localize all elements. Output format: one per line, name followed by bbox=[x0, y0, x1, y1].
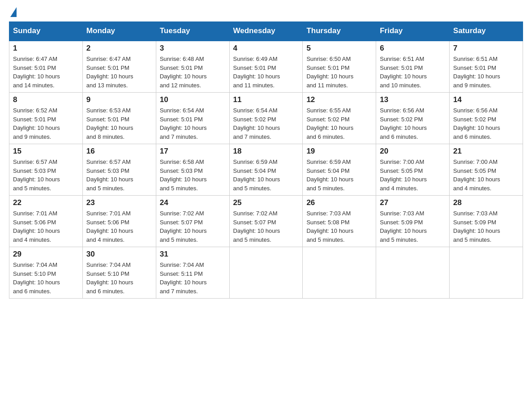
day-info: Sunrise: 6:55 AMSunset: 5:02 PMDaylight:… bbox=[306, 106, 372, 141]
day-number: 9 bbox=[86, 95, 152, 104]
day-number: 31 bbox=[160, 250, 226, 259]
calendar-cell: 8Sunrise: 6:52 AMSunset: 5:01 PMDaylight… bbox=[9, 93, 83, 144]
calendar-cell: 26Sunrise: 7:03 AMSunset: 5:08 PMDayligh… bbox=[303, 196, 376, 247]
calendar-cell: 27Sunrise: 7:03 AMSunset: 5:09 PMDayligh… bbox=[376, 196, 450, 247]
calendar-cell: 21Sunrise: 7:00 AMSunset: 5:05 PMDayligh… bbox=[450, 144, 523, 196]
day-number: 15 bbox=[13, 147, 79, 156]
calendar-cell: 14Sunrise: 6:56 AMSunset: 5:02 PMDayligh… bbox=[450, 93, 523, 144]
day-info: Sunrise: 6:47 AMSunset: 5:01 PMDaylight:… bbox=[13, 55, 79, 90]
day-info: Sunrise: 6:56 AMSunset: 5:02 PMDaylight:… bbox=[380, 106, 446, 141]
logo-triangle-icon bbox=[10, 7, 17, 17]
calendar-cell: 23Sunrise: 7:01 AMSunset: 5:06 PMDayligh… bbox=[82, 196, 156, 247]
calendar-cell: 24Sunrise: 7:02 AMSunset: 5:07 PMDayligh… bbox=[156, 196, 229, 247]
weekday-header-tuesday: Tuesday bbox=[156, 22, 229, 41]
day-number: 25 bbox=[233, 198, 299, 207]
weekday-header-wednesday: Wednesday bbox=[229, 22, 303, 41]
day-info: Sunrise: 6:47 AMSunset: 5:01 PMDaylight:… bbox=[86, 55, 152, 90]
weekday-header-saturday: Saturday bbox=[450, 22, 523, 41]
calendar-week-row-2: 8Sunrise: 6:52 AMSunset: 5:01 PMDaylight… bbox=[9, 93, 523, 144]
calendar-cell: 30Sunrise: 7:04 AMSunset: 5:10 PMDayligh… bbox=[82, 247, 156, 299]
day-info: Sunrise: 7:00 AMSunset: 5:05 PMDaylight:… bbox=[380, 158, 446, 193]
day-number: 5 bbox=[306, 44, 372, 53]
day-info: Sunrise: 6:51 AMSunset: 5:01 PMDaylight:… bbox=[453, 55, 519, 90]
day-info: Sunrise: 7:04 AMSunset: 5:10 PMDaylight:… bbox=[86, 261, 152, 295]
day-number: 10 bbox=[160, 95, 226, 104]
calendar-cell: 12Sunrise: 6:55 AMSunset: 5:02 PMDayligh… bbox=[303, 93, 376, 144]
calendar-cell: 31Sunrise: 7:04 AMSunset: 5:11 PMDayligh… bbox=[156, 247, 229, 299]
day-number: 6 bbox=[380, 44, 446, 53]
day-number: 8 bbox=[13, 95, 79, 104]
day-number: 26 bbox=[306, 198, 372, 207]
day-number: 3 bbox=[160, 44, 226, 53]
day-info: Sunrise: 6:56 AMSunset: 5:02 PMDaylight:… bbox=[453, 106, 519, 141]
day-number: 17 bbox=[160, 147, 226, 156]
calendar-cell bbox=[229, 247, 303, 299]
calendar-cell: 2Sunrise: 6:47 AMSunset: 5:01 PMDaylight… bbox=[82, 41, 156, 93]
day-number: 2 bbox=[86, 44, 152, 53]
day-number: 23 bbox=[86, 198, 152, 207]
logo bbox=[9, 9, 17, 17]
day-number: 12 bbox=[306, 95, 372, 104]
day-info: Sunrise: 6:57 AMSunset: 5:03 PMDaylight:… bbox=[13, 158, 79, 193]
calendar-cell: 7Sunrise: 6:51 AMSunset: 5:01 PMDaylight… bbox=[450, 41, 523, 93]
calendar-week-row-3: 15Sunrise: 6:57 AMSunset: 5:03 PMDayligh… bbox=[9, 144, 523, 196]
calendar-cell: 29Sunrise: 7:04 AMSunset: 5:10 PMDayligh… bbox=[9, 247, 83, 299]
calendar-week-row-5: 29Sunrise: 7:04 AMSunset: 5:10 PMDayligh… bbox=[9, 247, 523, 299]
day-info: Sunrise: 7:01 AMSunset: 5:06 PMDaylight:… bbox=[86, 209, 152, 244]
calendar-cell: 18Sunrise: 6:59 AMSunset: 5:04 PMDayligh… bbox=[229, 144, 303, 196]
day-number: 20 bbox=[380, 147, 446, 156]
day-info: Sunrise: 6:58 AMSunset: 5:03 PMDaylight:… bbox=[160, 158, 226, 193]
day-number: 18 bbox=[233, 147, 299, 156]
day-info: Sunrise: 7:03 AMSunset: 5:08 PMDaylight:… bbox=[306, 209, 372, 244]
day-info: Sunrise: 7:03 AMSunset: 5:09 PMDaylight:… bbox=[453, 209, 519, 244]
calendar-cell bbox=[376, 247, 450, 299]
day-info: Sunrise: 6:50 AMSunset: 5:01 PMDaylight:… bbox=[306, 55, 372, 90]
day-number: 11 bbox=[233, 95, 299, 104]
calendar-cell: 9Sunrise: 6:53 AMSunset: 5:01 PMDaylight… bbox=[82, 93, 156, 144]
day-info: Sunrise: 6:57 AMSunset: 5:03 PMDaylight:… bbox=[86, 158, 152, 193]
day-number: 4 bbox=[233, 44, 299, 53]
calendar-table: SundayMondayTuesdayWednesdayThursdayFrid… bbox=[9, 21, 523, 299]
calendar-cell: 10Sunrise: 6:54 AMSunset: 5:01 PMDayligh… bbox=[156, 93, 229, 144]
calendar-cell: 19Sunrise: 6:59 AMSunset: 5:04 PMDayligh… bbox=[303, 144, 376, 196]
day-info: Sunrise: 7:02 AMSunset: 5:07 PMDaylight:… bbox=[160, 209, 226, 244]
day-number: 1 bbox=[13, 44, 79, 53]
day-number: 22 bbox=[13, 198, 79, 207]
day-number: 29 bbox=[13, 250, 79, 259]
day-info: Sunrise: 6:59 AMSunset: 5:04 PMDaylight:… bbox=[233, 158, 299, 193]
calendar-cell: 13Sunrise: 6:56 AMSunset: 5:02 PMDayligh… bbox=[376, 93, 450, 144]
day-number: 30 bbox=[86, 250, 152, 259]
calendar-cell: 17Sunrise: 6:58 AMSunset: 5:03 PMDayligh… bbox=[156, 144, 229, 196]
day-info: Sunrise: 6:53 AMSunset: 5:01 PMDaylight:… bbox=[86, 106, 152, 141]
day-number: 27 bbox=[380, 198, 446, 207]
calendar-week-row-4: 22Sunrise: 7:01 AMSunset: 5:06 PMDayligh… bbox=[9, 196, 523, 247]
day-number: 24 bbox=[160, 198, 226, 207]
day-info: Sunrise: 7:01 AMSunset: 5:06 PMDaylight:… bbox=[13, 209, 79, 244]
day-info: Sunrise: 7:03 AMSunset: 5:09 PMDaylight:… bbox=[380, 209, 446, 244]
day-info: Sunrise: 6:49 AMSunset: 5:01 PMDaylight:… bbox=[233, 55, 299, 90]
day-info: Sunrise: 6:54 AMSunset: 5:01 PMDaylight:… bbox=[160, 106, 226, 141]
day-number: 7 bbox=[453, 44, 519, 53]
calendar-cell: 1Sunrise: 6:47 AMSunset: 5:01 PMDaylight… bbox=[9, 41, 83, 93]
calendar-week-row-1: 1Sunrise: 6:47 AMSunset: 5:01 PMDaylight… bbox=[9, 41, 523, 93]
calendar-cell: 25Sunrise: 7:02 AMSunset: 5:07 PMDayligh… bbox=[229, 196, 303, 247]
calendar-cell bbox=[450, 247, 523, 299]
day-info: Sunrise: 6:51 AMSunset: 5:01 PMDaylight:… bbox=[380, 55, 446, 90]
day-info: Sunrise: 7:00 AMSunset: 5:05 PMDaylight:… bbox=[453, 158, 519, 193]
calendar-cell: 28Sunrise: 7:03 AMSunset: 5:09 PMDayligh… bbox=[450, 196, 523, 247]
day-number: 16 bbox=[86, 147, 152, 156]
calendar-cell bbox=[303, 247, 376, 299]
header bbox=[9, 9, 523, 17]
calendar-cell: 3Sunrise: 6:48 AMSunset: 5:01 PMDaylight… bbox=[156, 41, 229, 93]
weekday-header-thursday: Thursday bbox=[303, 22, 376, 41]
weekday-header-friday: Friday bbox=[376, 22, 450, 41]
day-number: 13 bbox=[380, 95, 446, 104]
calendar-cell: 5Sunrise: 6:50 AMSunset: 5:01 PMDaylight… bbox=[303, 41, 376, 93]
day-number: 14 bbox=[453, 95, 519, 104]
calendar-cell: 4Sunrise: 6:49 AMSunset: 5:01 PMDaylight… bbox=[229, 41, 303, 93]
day-info: Sunrise: 7:04 AMSunset: 5:10 PMDaylight:… bbox=[13, 261, 79, 295]
calendar-cell: 15Sunrise: 6:57 AMSunset: 5:03 PMDayligh… bbox=[9, 144, 83, 196]
calendar-cell: 16Sunrise: 6:57 AMSunset: 5:03 PMDayligh… bbox=[82, 144, 156, 196]
day-info: Sunrise: 7:02 AMSunset: 5:07 PMDaylight:… bbox=[233, 209, 299, 244]
weekday-header-monday: Monday bbox=[82, 22, 156, 41]
